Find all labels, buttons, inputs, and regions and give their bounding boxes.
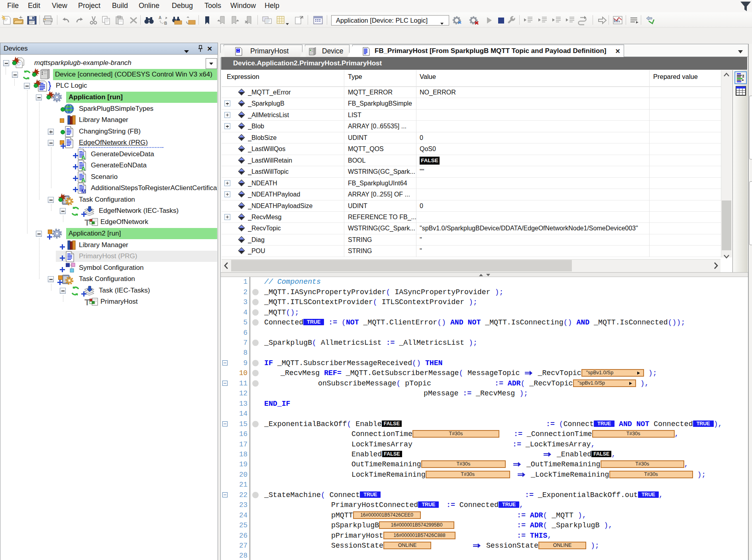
- svg-text:A: A: [81, 154, 85, 160]
- svg-text:T: T: [84, 297, 90, 307]
- svg-text:A: A: [81, 177, 85, 183]
- svg-text:A: A: [81, 165, 85, 171]
- svg-text:M: M: [81, 188, 86, 194]
- svg-text:T: T: [84, 218, 90, 228]
